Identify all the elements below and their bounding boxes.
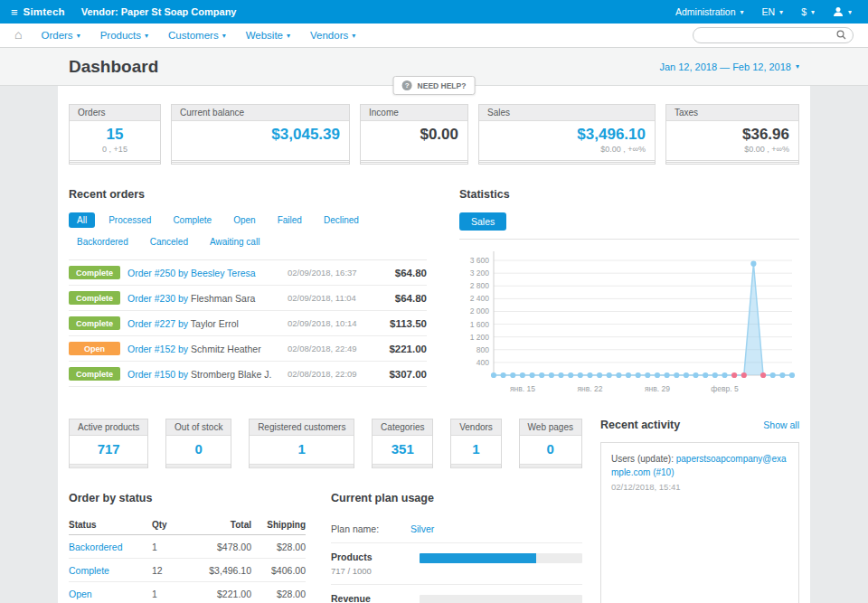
- order-link[interactable]: Order #250 by Beesley Teresa: [127, 268, 256, 278]
- counter-card-categories[interactable]: Categories351: [372, 419, 433, 465]
- order-status-badge: Complete: [69, 291, 120, 305]
- search-input[interactable]: [693, 27, 854, 43]
- counter-value: 717: [70, 436, 147, 464]
- nav-vendors-label: Vendors: [310, 30, 348, 41]
- order-filter-backordered[interactable]: Backordered: [69, 234, 137, 250]
- status-table-row: Complete12$3,496.10$406.00: [69, 559, 306, 582]
- activity-text: Users (update): paperstsoapcompany@examp…: [611, 452, 788, 479]
- order-row: CompleteOrder #230 by Fleshman Sara02/09…: [69, 286, 427, 311]
- stat-card-taxes: Taxes$36.96$0.00 , +∞%: [665, 104, 799, 161]
- order-status-badge: Open: [69, 342, 120, 355]
- stat-card-sub: [181, 145, 340, 154]
- order-total: $307.00: [374, 369, 427, 380]
- nav-customers[interactable]: Customers▾: [158, 30, 236, 41]
- nav-products-label: Products: [100, 30, 141, 41]
- order-filter-all[interactable]: All: [69, 212, 95, 228]
- currency-menu[interactable]: $ ▾: [792, 0, 824, 24]
- stat-card-label: Income: [361, 105, 467, 121]
- bottom-left-column: Active products717Out of stock0Registere…: [69, 419, 582, 603]
- recent-activity-title: Recent activity: [600, 419, 680, 431]
- stat-card-label: Taxes: [666, 105, 798, 121]
- language-menu[interactable]: EN ▾: [753, 0, 793, 24]
- order-filter-processed[interactable]: Processed: [100, 212, 159, 228]
- order-total: $64.80: [374, 268, 427, 278]
- order-row: CompleteOrder #150 by Stromberg Blake J.…: [69, 362, 427, 387]
- counter-card-out-of-stock[interactable]: Out of stock0: [165, 419, 231, 465]
- order-date: 02/08/2018, 22:49: [288, 344, 367, 353]
- stat-card-sub: $0.00 , +∞%: [488, 145, 646, 154]
- activity-object-link[interactable]: (#10): [653, 467, 674, 477]
- plan-usage-section: Current plan usage Plan name: Silver Pro…: [331, 492, 582, 603]
- order-total: $221.00: [374, 344, 427, 354]
- order-link[interactable]: Order #227 by: [127, 318, 188, 329]
- statistics-section: Statistics Sales 4008001 2001 6002 0002 …: [459, 188, 799, 402]
- status-link[interactable]: Open: [69, 582, 152, 603]
- counter-card-active-products[interactable]: Active products717: [69, 419, 148, 465]
- language-menu-label: EN: [762, 6, 776, 17]
- status-qty: 1: [152, 535, 188, 559]
- sales-chart-container: 4008001 2001 6002 0002 4002 8003 2003 60…: [459, 240, 799, 402]
- status-link[interactable]: Backordered: [69, 535, 152, 559]
- stat-card-orders: Orders150 , +15: [69, 104, 161, 161]
- counters-row: Active products717Out of stock0Registere…: [69, 419, 582, 465]
- plan-usage-title: Current plan usage: [331, 492, 582, 504]
- activity-user-link[interactable]: paperstsoapcompany@example.com: [611, 454, 787, 477]
- order-customer: Taylor Errol: [191, 318, 239, 329]
- order-row: OpenOrder #152 by Schmitz Heather02/08/2…: [69, 336, 427, 362]
- svg-text:1 600: 1 600: [470, 320, 490, 329]
- sales-tab-button[interactable]: Sales: [459, 212, 506, 231]
- recent-orders-section: Recent orders AllProcessedCompleteOpenFa…: [69, 188, 427, 402]
- caret-down-icon: ▾: [796, 62, 799, 71]
- order-filter-canceled[interactable]: Canceled: [142, 234, 196, 250]
- show-all-link[interactable]: Show all: [763, 419, 799, 430]
- col-total: Total: [188, 516, 251, 535]
- stat-card-value: $3,496.10: [488, 126, 646, 144]
- order-filter-failed[interactable]: Failed: [269, 212, 310, 228]
- page-title: Dashboard: [69, 57, 158, 77]
- order-filter-awaiting-call[interactable]: Awaiting call: [202, 234, 268, 250]
- date-range-picker[interactable]: Jan 12, 2018 — Feb 12, 2018 ▾: [659, 61, 799, 72]
- need-help-label: NEED HELP?: [418, 81, 467, 90]
- counter-card-registered-customers[interactable]: Registered customers1: [249, 419, 354, 465]
- svg-text:400: 400: [476, 358, 489, 367]
- administration-menu[interactable]: Administration ▾: [666, 0, 753, 24]
- stat-card-label: Current balance: [172, 105, 349, 121]
- order-status-badge: Complete: [69, 367, 120, 381]
- nav-vendors[interactable]: Vendors▾: [300, 30, 365, 41]
- nav-website[interactable]: Website▾: [236, 30, 300, 41]
- plan-name-link[interactable]: Silver: [410, 523, 434, 534]
- counter-card-vendors[interactable]: Vendors1: [450, 419, 502, 465]
- caret-down-icon: ▾: [811, 8, 815, 16]
- caret-down-icon: ▾: [741, 8, 744, 16]
- nav-orders[interactable]: Orders▾: [31, 30, 90, 41]
- order-date: 02/09/2018, 10:14: [288, 318, 367, 328]
- user-menu[interactable]: ▾: [824, 0, 861, 24]
- order-status-badge: Complete: [69, 316, 120, 330]
- stat-card-income: Income$0.00: [360, 104, 468, 161]
- status-link[interactable]: Complete: [69, 559, 152, 582]
- counter-label: Categories: [373, 419, 432, 436]
- status-table-row: Backordered1$478.00$28.00: [69, 535, 306, 559]
- menu-icon[interactable]: ≡: [11, 5, 18, 19]
- counter-card-web-pages[interactable]: Web pages0: [519, 419, 582, 465]
- topbar: ≡ Simtech Vendor: Paper St Soap Company …: [0, 0, 868, 24]
- order-date: 02/08/2018, 22:09: [288, 369, 367, 379]
- stat-card-value: 15: [79, 126, 151, 144]
- order-link[interactable]: Order #150 by: [127, 369, 188, 380]
- status-shipping: $28.00: [251, 535, 306, 559]
- order-link[interactable]: Order #230 by: [127, 293, 188, 304]
- order-link[interactable]: Order #152 by: [127, 344, 188, 354]
- plan-items: Products717 / 1000Revenue$0.00 / $1,000.…: [331, 543, 582, 603]
- brand-logo[interactable]: Simtech: [24, 6, 65, 17]
- caret-down-icon: ▾: [352, 32, 355, 40]
- status-shipping: $406.00: [251, 559, 306, 582]
- stat-card-value: $3,045.39: [181, 126, 340, 144]
- svg-text:3 600: 3 600: [470, 256, 490, 265]
- order-filter-complete[interactable]: Complete: [165, 212, 220, 228]
- order-filter-declined[interactable]: Declined: [316, 212, 367, 228]
- home-icon[interactable]: ⌂: [14, 27, 22, 42]
- nav-products[interactable]: Products▾: [90, 30, 158, 41]
- need-help-button[interactable]: ? NEED HELP?: [393, 76, 476, 95]
- order-filter-open[interactable]: Open: [225, 212, 263, 228]
- nav-website-label: Website: [246, 30, 283, 41]
